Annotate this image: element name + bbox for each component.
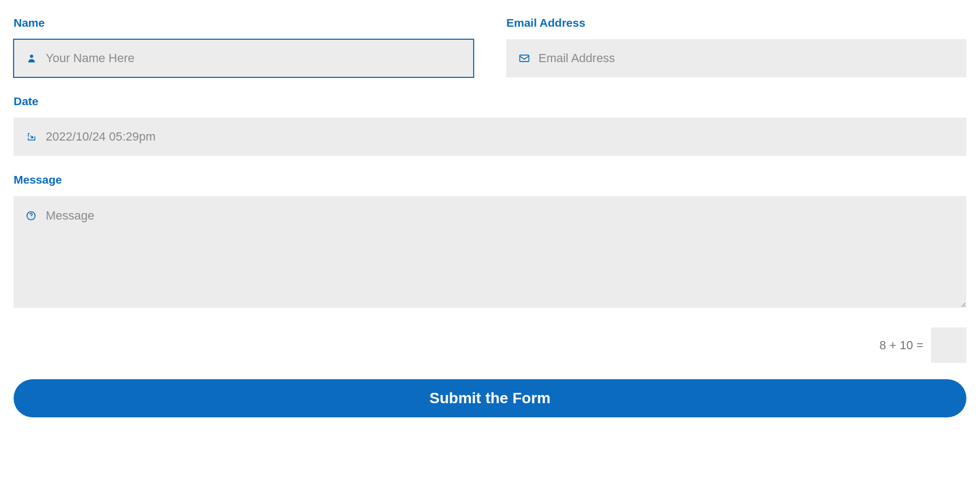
field-name: Name — [14, 16, 474, 77]
svg-point-4 — [30, 218, 31, 218]
email-input[interactable] — [538, 40, 954, 77]
field-email: Email Address — [506, 16, 966, 77]
email-input-wrap[interactable] — [506, 39, 966, 77]
mail-icon — [519, 53, 530, 64]
svg-rect-1 — [520, 55, 529, 62]
name-input-wrap[interactable] — [14, 39, 474, 77]
name-label: Name — [14, 16, 474, 29]
captcha-question: 8 + 10 = — [879, 338, 923, 353]
message-textarea[interactable] — [14, 196, 966, 308]
help-icon — [26, 210, 36, 221]
row-name-email: Name Email Address — [14, 16, 966, 77]
message-label: Message — [14, 173, 966, 186]
user-icon — [26, 53, 37, 64]
field-message: Message — [14, 173, 966, 310]
row-message: Message — [14, 173, 966, 310]
captcha-row: 8 + 10 = — [14, 327, 966, 363]
svg-point-0 — [30, 54, 33, 58]
field-date: Date — [14, 95, 966, 156]
email-label: Email Address — [506, 16, 966, 29]
name-input[interactable] — [46, 40, 461, 77]
date-label: Date — [14, 95, 966, 108]
arrow-down-right-icon — [26, 131, 37, 142]
message-wrap — [14, 196, 966, 310]
date-input-wrap[interactable] — [14, 118, 966, 156]
captcha-input[interactable] — [931, 327, 966, 363]
row-date: Date — [14, 95, 966, 156]
submit-button[interactable]: Submit the Form — [14, 379, 966, 417]
date-input[interactable] — [46, 118, 954, 155]
